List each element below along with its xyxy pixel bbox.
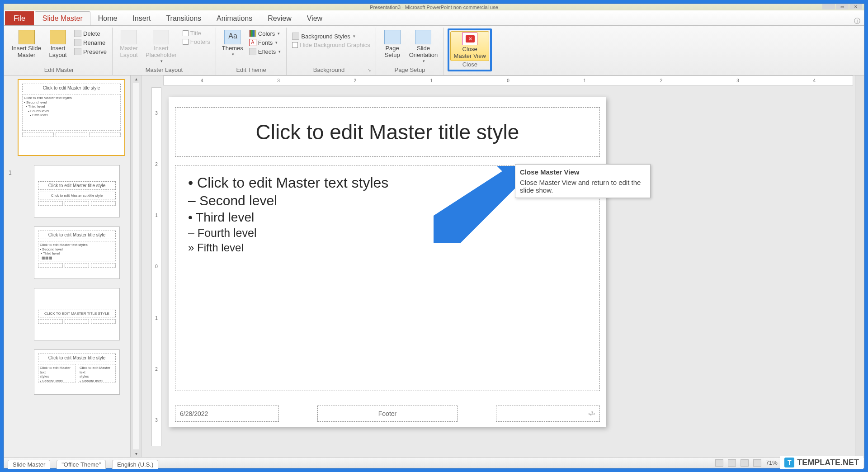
status-slide-master[interactable]: Slide Master [8,460,50,469]
minimize-button[interactable]: — [822,4,835,9]
reading-view-button[interactable] [741,459,749,467]
tab-animations[interactable]: Animations [209,11,260,25]
colors-button[interactable]: Colors▾ [247,29,283,38]
ruler-tick: 0 [507,78,509,83]
slideshow-view-button[interactable] [753,459,761,467]
background-styles-icon [292,33,299,40]
close-master-view-button[interactable]: Close Master View [450,31,489,61]
zoom-level[interactable]: 71% [766,459,778,466]
tab-transitions[interactable]: Transitions [158,11,209,25]
thumb-layout-4[interactable]: Click to edit Master title style Click t… [34,349,120,395]
preserve-icon [74,48,81,55]
close-master-view-label: Close Master View [454,46,486,60]
insert-slide-master-button[interactable]: Insert Slide Master [9,28,43,60]
tooltip-body: Close Master View and return to edit the… [520,179,646,194]
ruler-tick: 1 [430,78,433,83]
footer-placeholder[interactable]: Footer [317,406,458,422]
insert-slide-master-label: Insert Slide Master [12,45,41,59]
placeholder-icon [153,30,169,44]
sorter-view-button[interactable] [728,459,736,467]
title-placeholder[interactable]: Click to edit Master title style [175,107,600,157]
themes-button[interactable]: Aa Themes▾ [220,28,245,58]
rename-label: Rename [83,39,105,46]
master-layout-label: Master Layout [120,45,138,59]
help-icon[interactable]: ⓘ [854,17,860,25]
body-placeholder[interactable]: Click to edit Master text styles Second … [175,165,600,391]
watermark-text: TEMPLATE.NET [797,458,859,467]
orientation-icon [415,30,431,44]
thumb-layout-1[interactable]: Click to edit Master title style Click t… [34,165,120,217]
bullet-level-4: Fourth level [188,227,587,240]
title-checkbox: Title [181,29,212,37]
master-layout-icon [121,30,137,44]
group-edit-theme: Aa Themes▾ Colors▾ AFonts▾ Effects▾ Edit… [216,28,287,75]
thumb-layout-1-title: Click to edit Master title style [38,181,116,190]
slide-canvas[interactable]: Click to edit Master title style Click t… [169,97,606,427]
effects-button[interactable]: Effects▾ [247,47,283,56]
watermark-icon: T [784,458,794,467]
status-theme[interactable]: "Office Theme" [57,460,106,469]
status-language[interactable]: English (U.S.) [112,460,158,469]
thumb-master-body: Click to edit Master text styles• Second… [22,94,121,131]
thumb-layout-3-footers [38,319,116,324]
rename-button[interactable]: Rename [72,38,108,47]
date-text: 6/28/2022 [180,410,208,417]
watermark: T TEMPLATE.NET [780,456,863,469]
background-styles-button[interactable]: Background Styles▾ [290,32,372,40]
thumb-master-footers [22,132,121,137]
chevron-down-icon: ▾ [275,40,278,45]
status-bar: Slide Master "Office Theme" English (U.S… [4,457,864,468]
thumbnail-scrollbar[interactable]: ▴ ▾ [131,76,142,457]
checkbox-icon [183,39,189,45]
fonts-button[interactable]: AFonts▾ [247,38,283,47]
group-label-master-layout: Master Layout [116,66,212,74]
ruler-tick: 2 [660,78,663,83]
vertical-ruler[interactable]: 3 2 1 0 1 2 3 [151,87,161,446]
editor-scrollbar[interactable] [855,76,864,457]
thumb-master-title: Click to edit Master title style [22,84,121,92]
tab-home[interactable]: Home [90,11,125,25]
page-setup-button[interactable]: Page Setup [380,28,405,60]
thumb-layout-4-col1: Click to edit Master textstyles• Second … [38,364,76,382]
title-placeholder-text: Click to edit Master title style [256,120,519,144]
ruler-tick: 3 [277,78,280,83]
tab-review[interactable]: Review [260,11,299,25]
scroll-track[interactable] [133,83,139,449]
preserve-button[interactable]: Preserve [72,47,108,56]
ruler-tick: 2 [155,367,158,372]
dialog-launcher-icon[interactable]: ↘ [368,68,372,72]
tab-insert[interactable]: Insert [125,11,158,25]
maximize-button[interactable]: ▭ [836,4,849,9]
master-layout-button: Master Layout [116,28,142,60]
delete-button[interactable]: Delete [72,29,108,38]
horizontal-ruler[interactable]: 4 3 2 1 0 1 2 3 4 [163,76,853,85]
slide-number-placeholder[interactable]: ‹#› [496,406,600,422]
thumb-layout-3[interactable]: CLICK TO EDIT MASTER TITLE STYLE [34,288,120,340]
ruler-tick: 1 [155,213,158,218]
tab-slide-master[interactable]: Slide Master [35,11,90,25]
normal-view-button[interactable] [715,459,723,467]
group-background: Background Styles▾ Hide Background Graph… [287,28,376,75]
ruler-tick: 1 [155,316,158,321]
thumb-layout-2-footers [38,263,116,268]
themes-icon: Aa [224,30,241,44]
tab-file[interactable]: File [5,11,34,25]
effects-label: Effects [258,48,276,55]
thumb-master[interactable]: Click to edit Master title style Click t… [18,79,125,156]
date-placeholder[interactable]: 6/28/2022 [175,406,279,422]
close-master-view-tooltip: Close Master View Close Master View and … [515,164,651,198]
thumb-layout-4-title: Click to edit Master title style [38,354,116,362]
insert-layout-button[interactable]: Insert Layout [45,28,71,60]
group-label-edit-theme: Edit Theme [220,66,283,74]
tab-view[interactable]: View [299,11,330,25]
close-window-button[interactable]: ✕ [849,4,862,9]
group-label-background: Background [290,66,367,74]
thumb-layout-2-body-text: Click to edit Master text styles [40,243,88,247]
footers-checkbox: Footers [181,38,212,46]
scroll-up-icon[interactable]: ▴ [134,76,138,82]
thumbnail-pane[interactable]: Click to edit Master title style Click t… [4,76,131,457]
slide-orientation-button[interactable]: Slide Orientation▾ [407,28,440,65]
ruler-tick: 3 [736,78,739,83]
scroll-down-icon[interactable]: ▾ [134,450,138,457]
thumb-layout-2[interactable]: Click to edit Master title style Click t… [34,227,120,279]
